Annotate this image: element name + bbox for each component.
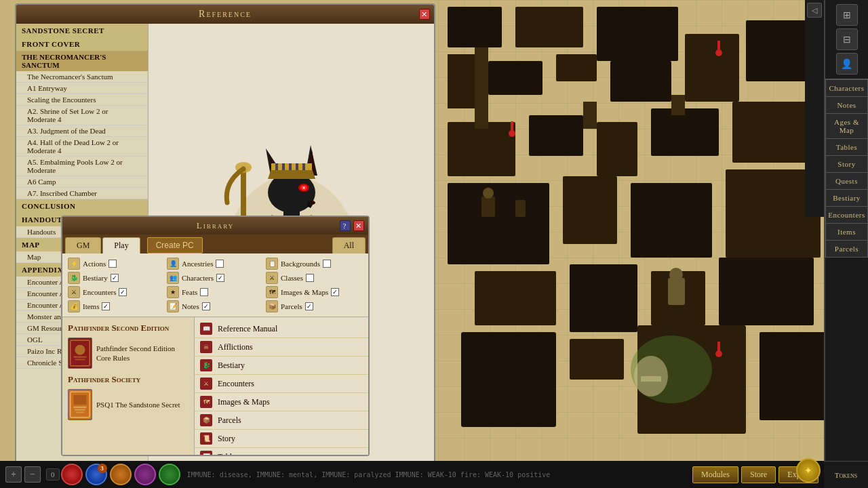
- settings-icon[interactable]: ⊟: [836, 28, 858, 50]
- sidebar-sandstone-secret[interactable]: SANDSTONE SECRET: [16, 24, 148, 37]
- story-button[interactable]: Story: [825, 155, 868, 172]
- filter-items[interactable]: 💰 Items ✓: [68, 300, 165, 312]
- svg-point-42: [669, 268, 683, 281]
- filter-check-images-maps[interactable]: ✓: [331, 288, 339, 296]
- filter-check-encounters[interactable]: ✓: [119, 288, 127, 296]
- lib-entry-encounters[interactable]: ⚔ Encounters: [195, 375, 368, 393]
- filter-notes[interactable]: 📝 Notes ✓: [167, 300, 264, 312]
- parcels-button[interactable]: Parcels: [825, 240, 868, 258]
- tab-all[interactable]: All: [332, 237, 366, 253]
- book-title-core-rules: Pathfinder Second Edition Core Rules: [96, 344, 189, 363]
- sidebar-item-scaling[interactable]: Scaling the Encounters: [16, 94, 148, 106]
- tab-gm[interactable]: GM: [65, 237, 101, 253]
- lib-entry-parcels[interactable]: 📦 Parcels: [195, 411, 368, 430]
- svg-rect-13: [597, 122, 637, 176]
- sidebar-item-a3[interactable]: A3. Judgment of the Dead: [16, 125, 148, 137]
- svg-rect-14: [651, 108, 719, 156]
- lib-entry-label-bestiary: Bestiary: [218, 361, 245, 371]
- filter-icon-notes: 📝: [167, 300, 179, 312]
- token-red[interactable]: [61, 464, 83, 485]
- filter-icon-classes: ⚔: [266, 272, 278, 284]
- filter-check-bestiary[interactable]: ✓: [111, 274, 119, 282]
- lib-entry-label-parcels: Parcels: [218, 415, 241, 426]
- filter-check-parcels[interactable]: ✓: [305, 302, 313, 310]
- ages-map-button[interactable]: Ages & Map: [825, 113, 868, 138]
- sidebar-item-a2[interactable]: A2. Shrine of Set Low 2 or Moderate 4: [16, 106, 148, 125]
- filter-label-items: Items: [83, 302, 99, 310]
- create-pc-button[interactable]: Create PC: [147, 237, 203, 253]
- person-icon[interactable]: 👤: [836, 53, 858, 75]
- lib-entry-story[interactable]: 📜 Story: [195, 430, 368, 448]
- gold-coin-icon[interactable]: ✦: [796, 458, 821, 483]
- filter-check-characters[interactable]: ✓: [216, 274, 224, 282]
- encounters-button[interactable]: Encounters: [825, 206, 868, 223]
- lib-entry-label-afflictions: Afflictions: [218, 342, 253, 352]
- filter-images-maps[interactable]: 🗺 Images & Maps ✓: [266, 286, 363, 298]
- token-orange[interactable]: [110, 464, 132, 485]
- library-book-sandstone-secret[interactable]: PSQ1 The Sandstone Secret: [68, 389, 189, 420]
- token-green[interactable]: [159, 464, 180, 485]
- lib-entry-afflictions[interactable]: ☠ Afflictions: [195, 338, 368, 357]
- filter-check-notes[interactable]: ✓: [202, 302, 210, 310]
- tables-button[interactable]: Tables: [825, 138, 868, 155]
- svg-rect-41: [668, 278, 685, 305]
- lib-entry-images-maps[interactable]: 🗺 Images & Maps: [195, 393, 368, 411]
- filter-ancestries[interactable]: 👤 Ancestries: [167, 258, 264, 270]
- filter-label-notes: Notes: [182, 302, 199, 310]
- svg-rect-21: [570, 264, 637, 332]
- store-button[interactable]: Store: [741, 466, 776, 483]
- filter-feats[interactable]: ★ Feats: [167, 286, 264, 298]
- sidebar-front-cover[interactable]: FRONT COVER: [16, 37, 148, 51]
- sidebar-item-a7[interactable]: A7. Inscribed Chamber: [16, 188, 148, 199]
- reference-close-button[interactable]: ✕: [419, 9, 430, 20]
- filter-bestiary[interactable]: 🐉 Bestiary ✓: [68, 272, 165, 284]
- filter-classes[interactable]: ⚔ Classes: [266, 272, 363, 284]
- library-book-core-rules[interactable]: Pathfinder Second Edition Core Rules: [68, 338, 189, 369]
- filter-check-backgrounds[interactable]: [323, 260, 331, 268]
- lib-entry-reference-manual[interactable]: 📖 Reference Manual: [195, 320, 368, 338]
- sidebar-conclusion[interactable]: CONCLUSION: [16, 199, 148, 213]
- filter-parcels[interactable]: 📦 Parcels ✓: [266, 300, 363, 312]
- svg-rect-15: [732, 102, 814, 163]
- notes-button[interactable]: Notes: [825, 96, 868, 113]
- ctrl-chevron-icon[interactable]: ◁: [807, 3, 822, 18]
- bestiary-button[interactable]: Bestiary: [825, 189, 868, 206]
- reference-titlebar: Reference ✕: [16, 5, 434, 24]
- expand-icon[interactable]: ⊞: [836, 4, 858, 26]
- filter-check-actions[interactable]: [108, 260, 117, 268]
- token-purple[interactable]: [134, 464, 156, 485]
- sidebar-item-a4[interactable]: A4. Hall of the Dead Low 2 or Moderate 4: [16, 137, 148, 157]
- items-button[interactable]: Items: [825, 223, 868, 240]
- modules-button[interactable]: Modules: [692, 466, 738, 483]
- filter-check-classes[interactable]: [306, 274, 314, 282]
- filter-characters[interactable]: 👥 Characters ✓: [167, 272, 264, 284]
- filter-backgrounds[interactable]: 📋 Backgrounds: [266, 258, 363, 270]
- right-panel: ⊞ ⊟ 👤 Characters Notes Ages & Map Tables…: [824, 0, 868, 488]
- filter-icon-encounters: ⚔: [68, 286, 80, 298]
- filter-check-items[interactable]: ✓: [102, 302, 110, 310]
- svg-rect-71: [282, 163, 285, 170]
- library-help-button[interactable]: ?: [340, 220, 351, 231]
- sidebar-item-a6[interactable]: A6 Camp: [16, 176, 148, 188]
- sidebar-item-a1[interactable]: A1 Entryway: [16, 83, 148, 94]
- tab-play[interactable]: Play: [102, 237, 140, 253]
- filter-check-ancestries[interactable]: [216, 260, 224, 268]
- lib-entry-tables[interactable]: 📊 Tables: [195, 448, 368, 455]
- token-blue[interactable]: 3: [85, 464, 107, 485]
- filter-check-feats[interactable]: [200, 288, 208, 296]
- sidebar-item-a5[interactable]: A5. Embalming Pools Low 2 or Moderate: [16, 157, 148, 176]
- svg-point-68: [302, 186, 305, 189]
- filter-actions[interactable]: ⚡ Actions: [68, 258, 165, 270]
- characters-button[interactable]: Characters: [825, 79, 868, 96]
- library-body: Pathfinder Second Edition Pathfinder Sec…: [62, 317, 368, 455]
- svg-rect-7: [556, 54, 597, 81]
- remove-token-button[interactable]: −: [24, 466, 41, 483]
- library-close-button[interactable]: ✕: [353, 220, 364, 231]
- quests-button[interactable]: Quests: [825, 172, 868, 189]
- svg-rect-39: [515, 200, 526, 217]
- sidebar-necromancer-sanctum[interactable]: THE NECROMANCER'S SANCTUM: [16, 51, 148, 71]
- filter-encounters[interactable]: ⚔ Encounters ✓: [68, 286, 165, 298]
- sidebar-item-necromancer[interactable]: The Necromancer's Sanctum: [16, 71, 148, 83]
- add-token-button[interactable]: +: [5, 466, 22, 483]
- lib-entry-bestiary[interactable]: 🐉 Bestiary: [195, 357, 368, 375]
